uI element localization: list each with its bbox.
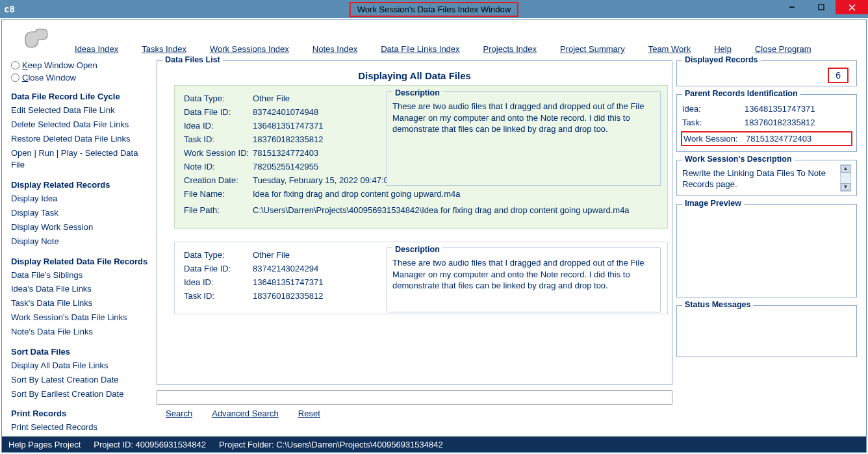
link-display-all[interactable]: Display All Data File Links <box>11 360 153 372</box>
menu-work-sessions-index[interactable]: Work Sessions Index <box>210 44 289 54</box>
description-text: These are two audio files that I dragged… <box>392 257 655 292</box>
label-data-type: Data Type: <box>184 250 253 260</box>
link-print-selected[interactable]: Print Selected Records <box>11 422 153 434</box>
group-life-cycle-title: Data File Record Life Cycle <box>11 92 153 101</box>
menu-tasks-index[interactable]: Tasks Index <box>142 44 186 54</box>
menu-project-summary[interactable]: Project Summary <box>560 44 625 54</box>
menu-ideas-index[interactable]: Ideas Index <box>75 44 118 54</box>
search-link[interactable]: Search <box>166 409 192 418</box>
menu-team-work[interactable]: Team Work <box>648 44 691 54</box>
label-data-file-id: Data File ID: <box>184 107 253 117</box>
value-ws-id: 78151324772403 <box>253 148 318 158</box>
radio-close-window-label: Close Window <box>22 73 76 82</box>
ws-description-scrollbar[interactable]: ▲ ▼ <box>840 164 851 192</box>
group-related-df-title: Display Related Data File Records <box>11 257 153 266</box>
minimize-button[interactable] <box>777 0 806 14</box>
ws-description-text: Rewrite the Linking Data Files To Note R… <box>682 168 826 189</box>
record-card[interactable]: Data Type:Other File Data File ID:837421… <box>174 242 668 314</box>
label-task-id: Task ID: <box>184 134 253 144</box>
link-display-idea[interactable]: Display Idea <box>11 193 153 205</box>
app-logo-icon <box>21 25 50 54</box>
maximize-button[interactable] <box>806 0 836 14</box>
label-file-name: File Name: <box>184 189 253 199</box>
status-project-folder: Project Folder: C:\Users\Darren\Projects… <box>219 440 443 449</box>
link-open-run-play[interactable]: Open | Run | Play - Selected Data File <box>11 147 153 172</box>
value-file-path: C:\Users\Darren\Projects\400956931534842… <box>253 205 630 215</box>
data-files-list-legend: Data Files List <box>162 55 223 64</box>
label-file-path: File Path: <box>184 205 253 215</box>
app-icon: c8 <box>4 4 15 14</box>
status-project-id: Project ID: 400956931534842 <box>94 440 206 449</box>
description-text: These are two audio files that I dragged… <box>392 101 655 135</box>
menu-help[interactable]: Help <box>714 44 732 54</box>
topmenu: Ideas Index Tasks Index Work Sessions In… <box>2 20 866 60</box>
value-creation-date: Tuesday, February 15, 2022 09:47:02 PM <box>253 175 408 185</box>
label-task-id: Task ID: <box>184 291 253 301</box>
close-button[interactable] <box>836 0 868 14</box>
value-note-id: 78205255142955 <box>253 162 318 171</box>
label-idea-id: Idea ID: <box>184 121 253 131</box>
reset-link[interactable]: Reset <box>298 409 320 418</box>
value-data-type: Other File <box>253 250 290 260</box>
link-sort-latest[interactable]: Sort By Latest Creation Date <box>11 374 153 386</box>
value-data-file-id: 83742143024294 <box>253 264 318 273</box>
group-related-title: Display Related Records <box>11 180 153 190</box>
record-card[interactable]: Data Type:Other File Data File ID:837424… <box>174 85 668 229</box>
listing-title: Displaying All Data Files <box>157 61 672 85</box>
link-delete-selected[interactable]: Delete Selected Data File Links <box>11 119 153 131</box>
radio-keep-open-label: Keep Window Open <box>22 60 97 70</box>
link-tasks-df[interactable]: Task's Data File Links <box>11 297 153 310</box>
label-data-file-id: Data File ID: <box>184 264 253 273</box>
value-idea-id: 136481351747371 <box>253 277 323 287</box>
radio-keep-open[interactable] <box>11 61 19 69</box>
ws-description-fieldset: Work Session's Description Rewrite the L… <box>676 160 857 196</box>
link-ideas-df[interactable]: Idea's Data File Links <box>11 283 153 296</box>
value-task-id: 183760182335812 <box>253 291 323 301</box>
scroll-up-icon[interactable]: ▲ <box>841 165 850 173</box>
link-siblings[interactable]: Data File's Siblings <box>11 270 153 282</box>
description-legend: Description <box>392 88 442 97</box>
label-note-id: Note ID: <box>184 162 253 171</box>
search-row <box>157 390 672 405</box>
link-display-task[interactable]: Display Task <box>11 207 153 220</box>
menu-projects-index[interactable]: Projects Index <box>483 44 537 54</box>
status-messages-fieldset: Status Messages <box>676 305 857 357</box>
window-controls <box>777 0 868 14</box>
link-sort-earliest[interactable]: Sort By Earilest Creation Date <box>11 388 153 401</box>
records-scroll[interactable]: Data Type:Other File Data File ID:837424… <box>157 85 672 371</box>
displayed-records-legend: Displayed Records <box>682 55 761 64</box>
link-restore-deleted[interactable]: Restore Deleted Data File Links <box>11 133 153 145</box>
displayed-records-count: 6 <box>828 68 849 83</box>
link-edit-selected[interactable]: Edit Selected Data File Link <box>11 105 153 117</box>
parent-idea-value: 136481351747371 <box>745 104 815 114</box>
label-data-type: Data Type: <box>184 94 253 103</box>
link-display-note[interactable]: Display Note <box>11 236 153 248</box>
group-print-title: Print Records <box>11 409 153 418</box>
data-files-list-fieldset: Data Files List Displaying All Data File… <box>157 60 672 385</box>
search-input[interactable] <box>157 390 672 405</box>
menu-data-file-links-index[interactable]: Data File Links Index <box>381 44 459 54</box>
status-help-pages: Help Pages Project <box>8 440 81 449</box>
description-box: Description These are two audio files th… <box>387 91 661 186</box>
link-notes-df[interactable]: Note's Data File Links <box>11 326 153 338</box>
svg-rect-1 <box>819 5 824 10</box>
menu-close-program[interactable]: Close Program <box>755 44 811 54</box>
menu-notes-index[interactable]: Notes Index <box>313 44 357 54</box>
description-box: Description These are two audio files th… <box>387 247 661 312</box>
label-creation-date: Creation Date: <box>184 175 253 185</box>
parent-task-label: Task: <box>682 118 745 127</box>
parent-ws-label: Work Session: <box>682 134 746 144</box>
advanced-search-link[interactable]: Advanced Search <box>212 409 279 418</box>
radio-close-window[interactable] <box>11 73 19 82</box>
window-title: Work Session's Data Files Index Window <box>350 2 518 17</box>
parent-idea-label: Idea: <box>682 104 745 114</box>
value-file-name: Idea for fixing drag and drop content go… <box>253 189 460 199</box>
titlebar: c8 Work Session's Data Files Index Windo… <box>0 0 868 18</box>
image-preview-fieldset: Image Preview <box>676 204 857 297</box>
scroll-down-icon[interactable]: ▼ <box>841 183 850 191</box>
link-display-work-session[interactable]: Display Work Session <box>11 221 153 234</box>
parent-records-fieldset: Parent Records Identification Idea:13648… <box>676 94 857 152</box>
link-ws-df[interactable]: Work Session's Data File Links <box>11 312 153 324</box>
sidebar: Keep Window Open Close Window Data File … <box>11 60 153 427</box>
value-idea-id: 136481351747371 <box>253 121 323 131</box>
